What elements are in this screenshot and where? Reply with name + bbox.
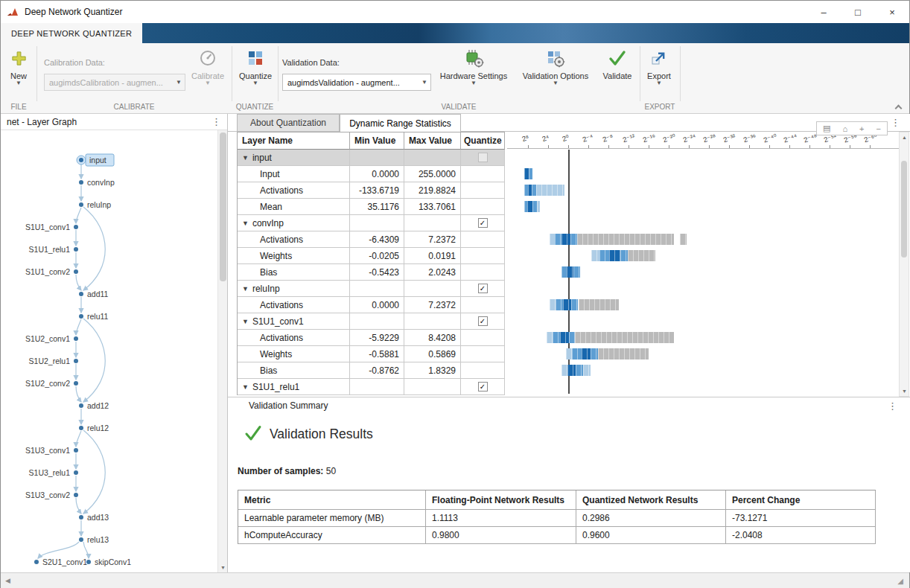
- scrollbar-thumb[interactable]: [901, 161, 907, 258]
- min-value-cell: -0.0205: [350, 248, 404, 264]
- axis-tick: [669, 145, 669, 148]
- validation-table-row: hComputeAccuracy0.98000.9600-2.0408: [238, 527, 876, 544]
- resize-corner-icon: ◢: [897, 577, 903, 585]
- zoom-in-icon[interactable]: +: [859, 124, 864, 133]
- calibration-data-dropdown[interactable]: augimdsCalibration - augmen... ▼: [44, 74, 185, 91]
- min-value-cell: 35.1176: [350, 199, 404, 215]
- histogram-bar-segment: [599, 250, 610, 261]
- stats-row[interactable]: Weights-0.58810.5869: [237, 346, 505, 362]
- collapse-arrow-icon[interactable]: ▼: [242, 285, 249, 293]
- layer-name-label: reluInp: [252, 284, 280, 294]
- toolstrip-band: DEEP NETWORK QUANTIZER: [1, 23, 909, 43]
- validation-data-dropdown[interactable]: augimdsValidation - augment... ▼: [282, 74, 431, 91]
- home-icon[interactable]: ⌂: [842, 124, 847, 133]
- min-value-cell: 0.0000: [350, 166, 404, 182]
- stats-row[interactable]: Activations0.00007.2372: [237, 297, 505, 313]
- layer-name-cell: ▼S1U1_conv1: [238, 313, 350, 330]
- quantize-cell: [461, 166, 505, 182]
- validation-menu-icon[interactable]: ⋮: [888, 400, 897, 412]
- histogram-bar-segment: [572, 348, 581, 359]
- stats-row[interactable]: ▼convInp✓: [237, 215, 505, 231]
- quantize-checkbox[interactable]: ✓: [478, 218, 488, 228]
- layer-graph-svg[interactable]: inputconvInpreluInpS1U1_conv1S1U1_relu1S…: [1, 130, 217, 572]
- zoom-out-icon[interactable]: −: [876, 124, 881, 133]
- max-value-cell: [404, 281, 461, 297]
- export-button[interactable]: Export ▼: [642, 48, 676, 86]
- validation-cell: -73.1271: [726, 510, 876, 527]
- hardware-settings-button[interactable]: Hardware Settings ▼: [442, 48, 506, 86]
- layer-name-cell: Weights: [238, 346, 350, 362]
- tab-about-quantization[interactable]: About Quantization: [237, 114, 340, 132]
- histogram-bar-segment: [566, 348, 573, 359]
- layer-name-cell: Mean: [238, 199, 350, 215]
- max-value-cell: 219.8824: [404, 182, 461, 199]
- minimize-button[interactable]: –: [806, 1, 841, 23]
- collapse-arrow-icon[interactable]: ▼: [242, 220, 249, 227]
- stats-row[interactable]: Activations-6.43097.2372: [237, 231, 505, 248]
- layer-name-label: Activations: [260, 300, 303, 310]
- stats-row[interactable]: ▼S1U1_relu1✓: [237, 379, 505, 395]
- stats-row[interactable]: Activations-133.6719219.8824: [237, 182, 505, 199]
- tab-dynamic-range-statistics[interactable]: Dynamic Range Statistics: [340, 114, 461, 132]
- scroll-up-icon[interactable]: ▲: [900, 132, 909, 142]
- layer-graph-scrollbar[interactable]: ▼: [217, 130, 227, 572]
- min-value-cell: -0.5423: [350, 264, 404, 281]
- quantize-button[interactable]: Quantize ▼: [238, 48, 273, 86]
- maximize-button[interactable]: □: [841, 1, 875, 23]
- quantize-checkbox[interactable]: ✓: [478, 284, 488, 293]
- close-button[interactable]: ×: [875, 1, 909, 23]
- collapse-arrow-icon[interactable]: ▼: [242, 383, 249, 391]
- validation-check-icon: [244, 424, 262, 444]
- min-value-cell: -133.6719: [350, 182, 404, 199]
- stats-row[interactable]: ▼input: [237, 150, 505, 166]
- ribbon-tab-deep-network-quantizer[interactable]: DEEP NETWORK QUANTIZER: [1, 23, 142, 43]
- max-value-cell: [404, 313, 461, 330]
- collapse-ribbon-icon[interactable]: [895, 105, 903, 112]
- export-plot-icon[interactable]: ▤: [823, 124, 830, 133]
- quantize-checkbox[interactable]: [478, 153, 488, 162]
- stats-row[interactable]: Input0.0000255.0000: [237, 166, 505, 182]
- min-value-cell: [350, 281, 404, 297]
- stats-row[interactable]: ▼S1U1_conv1✓: [237, 313, 505, 330]
- new-button[interactable]: New ▼: [4, 48, 34, 86]
- number-of-samples: Number of samples: 50: [238, 466, 336, 476]
- axis-tick: [689, 145, 690, 148]
- validation-cell: -2.0408: [726, 527, 876, 544]
- stats-row[interactable]: Mean35.1176133.7061: [237, 199, 505, 215]
- collapse-left-icon[interactable]: ◀: [5, 577, 10, 584]
- calibrate-button[interactable]: Calibrate ▼: [187, 48, 229, 86]
- collapse-arrow-icon[interactable]: ▼: [242, 154, 249, 162]
- stats-scrollbar[interactable]: ▲ ▼: [899, 132, 909, 397]
- axis-tick: [709, 145, 710, 148]
- histogram-bar-segment: [547, 332, 553, 343]
- layer-name-cell: ▼convInp: [238, 215, 350, 231]
- quantize-cell: ✓: [461, 313, 505, 330]
- scroll-down-icon[interactable]: ▼: [218, 563, 228, 572]
- stats-row[interactable]: ▼reluInp✓: [237, 281, 505, 297]
- quantize-cell: [461, 231, 505, 248]
- panel-menu-icon[interactable]: ⋮: [211, 116, 221, 127]
- histogram-bar-segment: [609, 250, 620, 261]
- hardware-chip-icon: [464, 48, 484, 68]
- validation-options-button[interactable]: Validation Options ▼: [521, 48, 591, 86]
- histogram-bar-segment: [537, 201, 540, 212]
- quantize-checkbox[interactable]: ✓: [478, 382, 488, 392]
- collapse-arrow-icon[interactable]: ▼: [242, 318, 249, 325]
- layer-name-label: S1U1_conv1: [252, 316, 304, 327]
- svg-text:convInp: convInp: [87, 178, 115, 187]
- scrollbar-thumb[interactable]: [220, 132, 226, 281]
- scroll-down-icon[interactable]: ▼: [900, 386, 909, 396]
- stats-table-body: ▼inputInput0.0000255.0000Activations-133…: [237, 150, 505, 395]
- stats-panel-menu-icon[interactable]: ⋮: [891, 117, 900, 128]
- validation-table: MetricFloating-Point Network ResultsQuan…: [238, 490, 876, 544]
- options-gear-icon: [546, 48, 566, 68]
- stats-row[interactable]: Bias-0.87621.8329: [237, 362, 505, 379]
- quantize-checkbox[interactable]: ✓: [478, 316, 488, 326]
- stats-row[interactable]: Bias-0.54232.0243: [237, 264, 505, 281]
- dropdown-arrow-icon: ▼: [419, 79, 430, 86]
- svg-text:relu11: relu11: [87, 312, 109, 321]
- stats-row[interactable]: Weights-0.02050.0191: [237, 248, 505, 264]
- validate-button[interactable]: Validate: [598, 48, 637, 80]
- stats-row[interactable]: Activations-5.92298.4208: [237, 330, 505, 346]
- histogram-bar-segment: [573, 266, 580, 278]
